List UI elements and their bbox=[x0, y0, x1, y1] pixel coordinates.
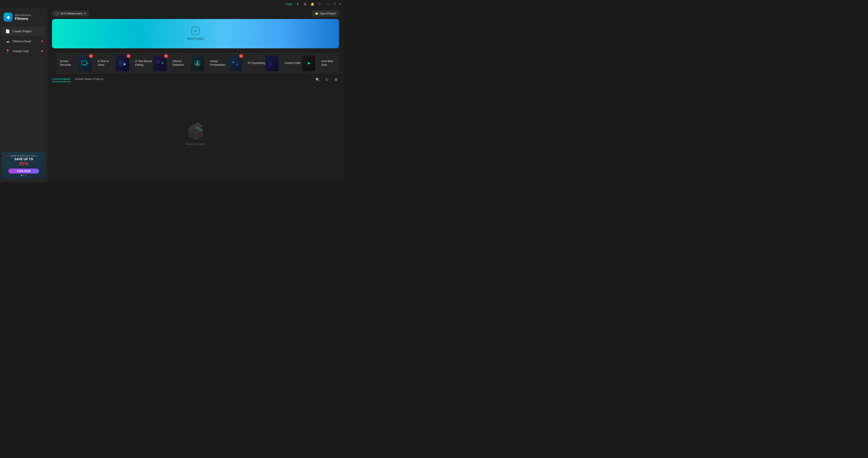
screen-recorder-badge: ✦ bbox=[89, 54, 93, 58]
minimize-button[interactable]: — bbox=[327, 2, 330, 6]
svg-rect-34 bbox=[269, 65, 272, 65]
svg-text:AI: AI bbox=[269, 61, 271, 63]
svg-rect-1 bbox=[84, 65, 86, 65]
svg-text:T: T bbox=[157, 60, 158, 61]
aspect-ratio-icon bbox=[55, 12, 59, 15]
new-project-plus-icon: + bbox=[191, 27, 200, 35]
svg-rect-11 bbox=[157, 61, 160, 62]
instant-cutter-label: Instant Cutter bbox=[284, 61, 301, 65]
new-project-banner[interactable]: + New Project bbox=[52, 19, 339, 48]
ai-text-based-editing-label: AI Text Based Editing bbox=[135, 60, 153, 67]
recent-project-label: Recent Project bbox=[186, 142, 205, 146]
ai-copywriting-label: AI Copywriting bbox=[248, 61, 265, 65]
svg-rect-33 bbox=[269, 64, 272, 65]
svg-rect-26 bbox=[235, 61, 237, 62]
grid-icon[interactable]: ⊞ bbox=[303, 2, 307, 6]
grid-view-icon: ⊞ bbox=[335, 77, 337, 82]
open-project-folder-icon: 📁 bbox=[315, 12, 318, 15]
ad-save-now-button[interactable]: SAVE NOW bbox=[8, 169, 39, 173]
sidebar-item-creator-hub[interactable]: 📍 Creator Hub bbox=[2, 46, 46, 56]
svg-rect-6 bbox=[120, 64, 123, 64]
login-button[interactable]: Login bbox=[286, 2, 292, 6]
refresh-button[interactable]: ↻ bbox=[323, 76, 330, 83]
tab-local-projects[interactable]: Local Projects bbox=[52, 77, 70, 82]
maximize-button[interactable]: ❐ bbox=[333, 2, 336, 6]
title-bar-actions: Login ⬆ ⊞ 🔔 🛡 — ❐ ✕ bbox=[286, 2, 342, 6]
aspect-ratio-selector[interactable]: 16:9 (Widescreen) ▾ bbox=[52, 11, 89, 17]
project-tabs-left: Local Projects Instant Mode Projects bbox=[52, 77, 103, 82]
avatar-presentation-label: Avatar Presentation bbox=[210, 60, 228, 67]
ad-ai-label: AI bbox=[5, 155, 7, 158]
ai-copywriting-visual: AI bbox=[265, 55, 279, 71]
logo-text: Wondershare Filmora bbox=[15, 13, 31, 21]
feature-cards-container: Screen Recorder ✦ AI Text to Video bbox=[52, 51, 339, 74]
sidebar-logo: ◈ Wondershare Filmora bbox=[0, 10, 48, 26]
projects-section: Local Projects Instant Mode Projects 🔍 ↻… bbox=[48, 74, 344, 183]
new-project-label: New Project bbox=[187, 37, 204, 40]
ad-ai-badge: AI bbox=[4, 154, 9, 159]
brand-name: Wondershare bbox=[15, 13, 31, 17]
ai-text-to-video-label: AI Text to Video bbox=[97, 60, 116, 67]
main-content: 16:9 (Widescreen) ▾ 📁 Open Project + New… bbox=[48, 8, 344, 183]
tab-instant-mode-projects[interactable]: Instant Mode Projects bbox=[75, 77, 103, 82]
upload-icon[interactable]: ⬆ bbox=[296, 2, 300, 6]
view-toggle-button[interactable]: ⊞ bbox=[333, 76, 339, 83]
creator-hub-label: Creator Hub bbox=[13, 50, 29, 53]
sidebar: ◈ Wondershare Filmora 📄 Create Project ☁… bbox=[0, 8, 48, 183]
feature-card-avatar-presentation[interactable]: Avatar Presentation ↗ ✦ bbox=[207, 53, 244, 74]
search-button[interactable]: 🔍 bbox=[315, 76, 321, 83]
sidebar-item-create-project[interactable]: 📄 Create Project bbox=[2, 27, 46, 36]
feature-card-ai-text-based-editing[interactable]: AI Text Based Editing T bbox=[132, 53, 169, 74]
ad-dot-3 bbox=[25, 175, 27, 176]
svg-rect-2 bbox=[83, 65, 87, 66]
filmora-cloud-badge bbox=[41, 40, 43, 42]
auto-beat-sync-label: Auto Beat Sync bbox=[321, 60, 339, 67]
bell-icon[interactable]: 🔔 bbox=[311, 2, 314, 6]
create-project-label: Create Project bbox=[13, 30, 31, 33]
filmora-cloud-icon: ☁ bbox=[5, 39, 10, 43]
aspect-ratio-label: 16:9 (Widescreen) bbox=[60, 12, 83, 15]
ai-text-based-editing-badge: ✦ bbox=[164, 54, 168, 58]
silence-detection-label: Silence Detection bbox=[173, 60, 191, 67]
app-body: ◈ Wondershare Filmora 📄 Create Project ☁… bbox=[0, 8, 344, 183]
feature-card-instant-cutter[interactable]: Instant Cutter bbox=[281, 53, 318, 74]
empty-box-icon bbox=[187, 122, 205, 140]
window-controls: — ❐ ✕ bbox=[327, 2, 342, 6]
avatar-presentation-badge: ✦ bbox=[239, 54, 243, 58]
svg-rect-13 bbox=[157, 63, 159, 64]
sidebar-ad[interactable]: AI + SEIZE THE BIGGEST DEAL + SAVE UP TO… bbox=[2, 152, 46, 179]
ad-dot-2 bbox=[23, 175, 24, 176]
feature-card-ai-copywriting[interactable]: AI Copywriting AI bbox=[244, 53, 281, 74]
feature-card-silence-detection[interactable]: Silence Detection bbox=[169, 53, 207, 74]
projects-tabs-bar: Local Projects Instant Mode Projects 🔍 ↻… bbox=[52, 76, 339, 83]
search-icon: 🔍 bbox=[315, 77, 320, 82]
screen-recorder-visual bbox=[78, 55, 92, 71]
project-tabs-right: 🔍 ↻ ⊞ bbox=[315, 76, 339, 83]
ai-text-to-video-visual: T bbox=[116, 55, 129, 71]
empty-state: Recent Project bbox=[52, 85, 339, 183]
sidebar-item-filmora-cloud[interactable]: ☁ Filmora Cloud bbox=[2, 37, 46, 46]
feature-card-auto-beat-sync[interactable]: Auto Beat Sync bbox=[318, 53, 339, 74]
feature-cards-list: Screen Recorder ✦ AI Text to Video bbox=[57, 53, 339, 74]
aspect-ratio-chevron: ▾ bbox=[84, 12, 86, 15]
open-project-button[interactable]: 📁 Open Project bbox=[312, 10, 339, 17]
silence-detection-visual bbox=[191, 55, 204, 71]
creator-hub-badge bbox=[41, 50, 43, 52]
filmora-cloud-label: Filmora Cloud bbox=[13, 39, 31, 43]
svg-marker-3 bbox=[87, 62, 88, 65]
close-button[interactable]: ✕ bbox=[339, 2, 342, 6]
svg-rect-27 bbox=[235, 62, 236, 63]
title-bar: Login ⬆ ⊞ 🔔 🛡 — ❐ ✕ bbox=[0, 0, 344, 8]
svg-point-25 bbox=[232, 61, 234, 63]
ad-teaser: + SEIZE THE BIGGEST DEAL + bbox=[4, 155, 43, 157]
ad-percent: 30% bbox=[4, 161, 43, 167]
svg-text:↗: ↗ bbox=[237, 64, 238, 66]
shield-icon[interactable]: 🛡 bbox=[318, 2, 321, 6]
open-project-label: Open Project bbox=[320, 12, 336, 15]
feature-card-screen-recorder[interactable]: Screen Recorder ✦ bbox=[57, 53, 94, 74]
feature-card-ai-text-to-video[interactable]: AI Text to Video T ✦ bbox=[94, 53, 132, 74]
ai-text-to-video-badge: ✦ bbox=[126, 54, 130, 58]
svg-rect-37 bbox=[308, 64, 310, 65]
refresh-icon: ↻ bbox=[326, 77, 329, 82]
avatar-presentation-visual: ↗ bbox=[228, 55, 242, 71]
